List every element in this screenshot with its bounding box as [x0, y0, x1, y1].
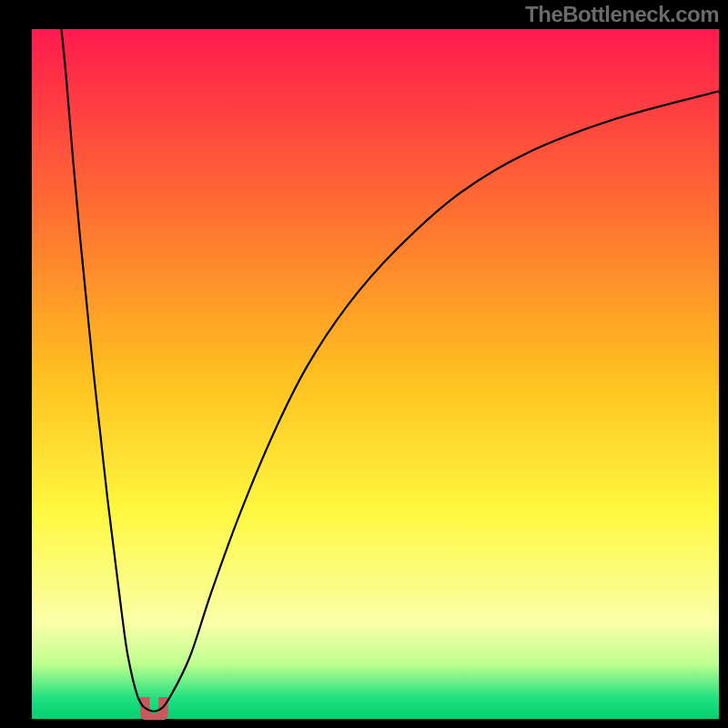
- watermark-text: TheBottleneck.com: [525, 2, 719, 27]
- gradient-background: [32, 29, 719, 719]
- chart-frame: TheBottleneck.com: [0, 0, 728, 728]
- bottleneck-chart: [0, 0, 728, 728]
